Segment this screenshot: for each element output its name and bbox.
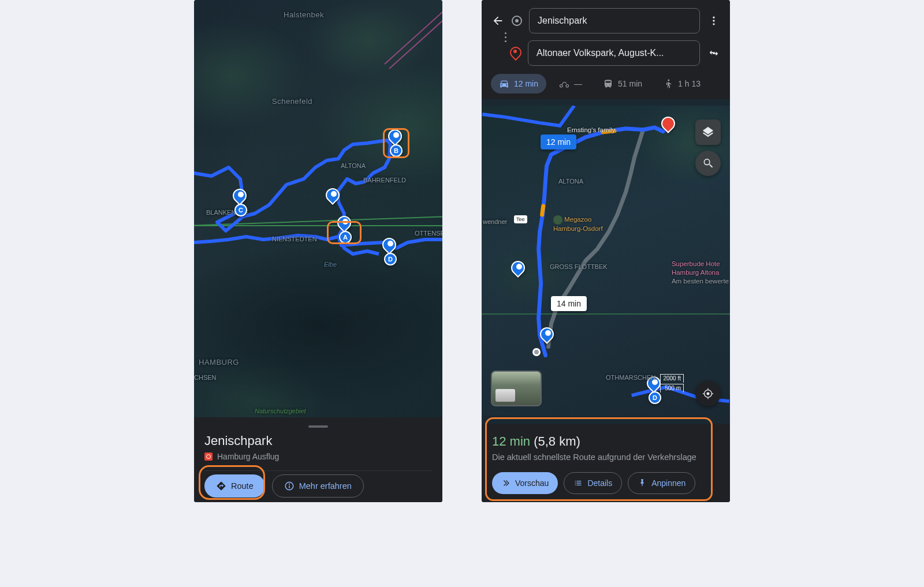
pin-waypoint-1[interactable]: [511, 261, 527, 282]
label-grossflottbek: GROSS FLOTTBEK: [550, 263, 608, 270]
label-ottensen: OTTENSEN: [415, 230, 442, 237]
mylocation-button[interactable]: [695, 381, 721, 406]
directions-header: Jenischpark Altonaer Volkspark, August-K…: [482, 0, 730, 99]
svg-point-2: [289, 484, 289, 484]
screenshot-right: Jenischpark Altonaer Volkspark, August-K…: [482, 0, 730, 502]
highlight-route-summary: [485, 417, 713, 501]
pin-waypoint-2[interactable]: [540, 327, 556, 348]
svg-point-11: [707, 392, 709, 395]
scale-bar: 2000 ft 500 m: [660, 373, 684, 392]
screenshot-left: Halstenbek Schenefeld ALTONA BAHRENFELD …: [194, 0, 442, 502]
label-wendner: wendner: [483, 218, 507, 225]
layers-icon: [702, 126, 714, 139]
place-sub-text: Hamburg Ausflug: [217, 452, 279, 461]
svg-point-6: [560, 85, 563, 88]
label-tee: Tee: [514, 215, 527, 223]
origin-marker-icon: [512, 16, 522, 26]
poi-superbude: Superbude Hote Hamburg Altona Am besten …: [672, 260, 729, 286]
label-elbe: Elbe: [324, 261, 337, 268]
map-canvas-right[interactable]: D 12 min 14 min Ernsting's family ALTONA…: [482, 106, 730, 416]
info-icon: [284, 481, 295, 491]
drag-handle[interactable]: [308, 425, 328, 428]
transit-icon: [603, 78, 613, 89]
route-dots-icon: [500, 32, 511, 42]
label-hamburg: HAMBURG: [199, 358, 239, 367]
main-time-label[interactable]: 12 min: [541, 134, 576, 149]
swap-button[interactable]: [707, 46, 721, 60]
mode-transit[interactable]: 51 min: [595, 74, 650, 94]
mode-walk[interactable]: 1 h 13: [655, 74, 709, 94]
layers-button[interactable]: [695, 119, 721, 145]
mode-bike[interactable]: 12 m: [713, 74, 721, 94]
mylocation-icon: [702, 387, 714, 400]
poi-megazoo: Megazoo Hamburg-Osdorf: [553, 215, 603, 233]
highlight-route-button: [199, 465, 265, 500]
place-subtitle: Hamburg Ausflug: [204, 452, 432, 461]
svg-point-5: [713, 23, 714, 25]
motorcycle-icon: [559, 78, 569, 89]
destination-field[interactable]: Altonaer Volkspark, August-K...: [528, 40, 700, 66]
label-schenefeld: Schenefeld: [272, 97, 312, 106]
mode-car[interactable]: 12 min: [491, 74, 546, 94]
highlight-pin-a: [327, 221, 362, 244]
place-title: Jenischpark: [204, 433, 432, 448]
walk-icon: [663, 78, 673, 89]
poi-ernstings: Ernsting's family: [567, 126, 615, 134]
mode-selector: 12 min — 51 min 1 h 13 12 m: [491, 74, 721, 94]
label-altona-r: ALTONA: [558, 178, 583, 185]
label-othmarschen: OTHMARSCHEN: [606, 374, 655, 381]
svg-point-3: [713, 17, 714, 18]
cart-icon: [553, 215, 562, 225]
highlight-pin-b: [383, 128, 409, 158]
alt-time-label[interactable]: 14 min: [551, 296, 587, 311]
learn-more-button[interactable]: Mehr erfahren: [272, 474, 364, 498]
label-nienstedten: NIENSTEDTEN: [272, 235, 317, 242]
pin-c[interactable]: C: [233, 189, 249, 210]
pin-destination[interactable]: [661, 117, 677, 137]
label-chsen: CHSEN: [194, 374, 217, 381]
label-bahrenfeld: BAHRENFELD: [363, 177, 406, 184]
list-flag-icon: [204, 453, 213, 461]
label-nature: Naturschutzgebiet: [255, 407, 306, 414]
mode-motorcycle[interactable]: —: [551, 74, 590, 94]
destination-marker-icon: [511, 48, 521, 58]
car-icon: [499, 78, 509, 89]
origin-dot: [532, 348, 541, 356]
pin-generic-1[interactable]: [326, 188, 342, 209]
search-icon: [702, 157, 714, 170]
label-halstenbek: Halstenbek: [284, 10, 324, 19]
search-fab[interactable]: [695, 151, 721, 176]
label-altona: ALTONA: [341, 162, 366, 169]
svg-point-4: [713, 20, 714, 21]
svg-point-8: [668, 80, 669, 81]
svg-point-7: [566, 85, 569, 88]
origin-field[interactable]: Jenischpark: [529, 8, 700, 33]
back-button[interactable]: [491, 14, 505, 28]
pin-d[interactable]: D: [382, 238, 398, 259]
streetview-thumbnail[interactable]: [491, 371, 542, 406]
overflow-menu[interactable]: [707, 14, 721, 28]
